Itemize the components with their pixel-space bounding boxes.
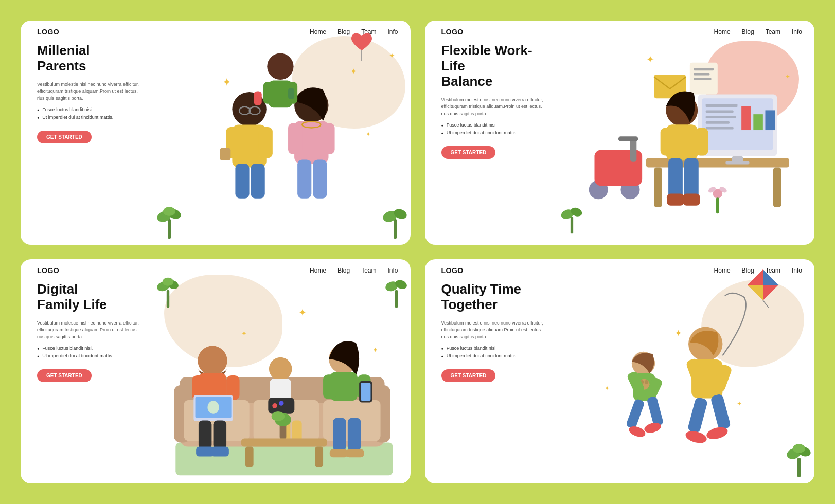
bullet-3-1: Fusce luctus blandit nisi. bbox=[37, 346, 141, 351]
svg-rect-118 bbox=[346, 449, 364, 457]
card-left-2: Flexible Work-LifeBalance Vestibulum mol… bbox=[425, 21, 558, 245]
svg-text:✦: ✦ bbox=[222, 76, 232, 88]
svg-rect-116 bbox=[347, 418, 360, 451]
svg-rect-23 bbox=[263, 82, 275, 103]
svg-rect-69 bbox=[618, 136, 638, 141]
card-left-4: Quality TimeTogether Vestibulum molestie… bbox=[425, 259, 558, 483]
svg-rect-98 bbox=[199, 420, 211, 449]
logo-3: LOGO bbox=[37, 266, 59, 275]
svg-rect-49 bbox=[706, 127, 734, 130]
get-started-btn-1[interactable]: GET STARTED bbox=[37, 131, 92, 143]
get-started-btn-3[interactable]: GET STARTED bbox=[37, 369, 92, 382]
card-inner-1: MillenialParents Vestibulum molestie nis… bbox=[21, 21, 411, 245]
card-title-2: Flexible Work-LifeBalance bbox=[441, 43, 546, 89]
svg-rect-119 bbox=[241, 438, 327, 446]
card-title-4: Quality TimeTogether bbox=[441, 282, 546, 313]
svg-rect-51 bbox=[725, 161, 749, 164]
svg-text:✦: ✦ bbox=[366, 131, 371, 138]
card-digital-family: LOGO Home Blog Team Info DigitalFamily L… bbox=[21, 259, 411, 483]
svg-point-148 bbox=[645, 380, 649, 384]
svg-point-105 bbox=[272, 403, 277, 408]
card-desc-1: Vestibulum molestie nisl nec nunc viverr… bbox=[37, 81, 140, 102]
svg-rect-63 bbox=[667, 194, 684, 206]
nav-info-4[interactable]: Info bbox=[792, 267, 802, 274]
svg-rect-141 bbox=[710, 393, 731, 430]
svg-rect-121 bbox=[315, 446, 323, 467]
svg-marker-130 bbox=[748, 285, 763, 300]
svg-rect-152 bbox=[647, 395, 664, 426]
svg-text:✦: ✦ bbox=[298, 307, 307, 317]
svg-text:✦: ✦ bbox=[646, 54, 654, 65]
svg-point-124 bbox=[271, 411, 284, 421]
svg-rect-64 bbox=[683, 194, 700, 206]
bullet-4-2: Ut imperdiet dui at tincidunt mattis. bbox=[441, 353, 546, 358]
svg-rect-73 bbox=[716, 197, 719, 213]
card-inner-2: Flexible Work-LifeBalance Vestibulum mol… bbox=[425, 21, 815, 245]
card-right-2: ✦ ✦ bbox=[558, 21, 814, 245]
nav-info-1[interactable]: Info bbox=[387, 28, 398, 35]
svg-rect-54 bbox=[694, 68, 714, 71]
svg-point-106 bbox=[279, 401, 284, 406]
svg-rect-101 bbox=[210, 446, 228, 456]
svg-rect-38 bbox=[654, 168, 662, 207]
logo-4: LOGO bbox=[441, 266, 464, 275]
plant-left-1-icon bbox=[156, 199, 182, 240]
card-bullets-1: Fusce luctus blandit nisi. Ut imperdiet … bbox=[37, 107, 141, 122]
svg-line-131 bbox=[763, 300, 768, 307]
svg-text:✦: ✦ bbox=[605, 385, 610, 392]
bullet-2-1: Fusce luctus blandit nisi. bbox=[441, 122, 546, 128]
svg-point-91 bbox=[198, 346, 227, 375]
svg-point-97 bbox=[207, 401, 219, 413]
card-right-1: ✦ ✦ ✦ ✦ bbox=[154, 21, 411, 245]
svg-point-21 bbox=[268, 53, 294, 79]
card-inner-4: Quality TimeTogether Vestibulum molestie… bbox=[425, 259, 815, 483]
svg-point-4 bbox=[163, 207, 175, 216]
card-millennial-parents: LOGO Home Blog Team Info MillenialParent… bbox=[21, 21, 411, 245]
card-desc-4: Vestibulum molestie nisl nec nunc viverr… bbox=[441, 320, 544, 341]
svg-rect-117 bbox=[329, 449, 347, 457]
logo-2: LOGO bbox=[441, 28, 464, 36]
card-right-3: ✦ ✦ ✦ bbox=[154, 259, 411, 483]
svg-rect-48 bbox=[706, 121, 730, 124]
svg-rect-114 bbox=[361, 383, 370, 401]
svg-text:✦: ✦ bbox=[674, 328, 682, 338]
svg-rect-19 bbox=[298, 159, 312, 198]
svg-rect-42 bbox=[741, 106, 751, 130]
svg-rect-14 bbox=[220, 148, 231, 160]
svg-rect-34 bbox=[571, 217, 573, 233]
logo-1: LOGO bbox=[37, 28, 59, 36]
svg-rect-59 bbox=[661, 128, 673, 155]
svg-rect-45 bbox=[706, 104, 738, 107]
svg-rect-56 bbox=[694, 78, 711, 80]
card-title-1: MillenialParents bbox=[37, 43, 141, 74]
svg-text:✦: ✦ bbox=[372, 346, 378, 354]
svg-rect-33 bbox=[289, 88, 295, 99]
card-bullets-4: Fusce luctus blandit nisi. Ut imperdiet … bbox=[441, 346, 546, 361]
svg-rect-32 bbox=[254, 91, 262, 105]
nav-home-4[interactable]: Home bbox=[714, 267, 731, 274]
bullet-3-2: Ut imperdiet dui at tincidunt mattis. bbox=[37, 353, 141, 358]
nav-home-1[interactable]: Home bbox=[310, 28, 326, 35]
svg-point-102 bbox=[269, 357, 292, 381]
svg-marker-129 bbox=[763, 269, 778, 285]
bullet-2-2: Ut imperdiet dui at tincidunt mattis. bbox=[441, 130, 546, 135]
svg-text:✦: ✦ bbox=[737, 400, 742, 407]
svg-rect-20 bbox=[313, 159, 327, 198]
get-started-btn-4[interactable]: GET STARTED bbox=[441, 369, 496, 382]
get-started-btn-2[interactable]: GET STARTED bbox=[441, 146, 496, 159]
svg-rect-60 bbox=[696, 128, 708, 155]
card-work-life: LOGO Home Blog Team Info Flexible Work-L… bbox=[425, 21, 815, 245]
bullet-1-1: Fusce luctus blandit nisi. bbox=[37, 107, 141, 112]
card-left-1: MillenialParents Vestibulum molestie nis… bbox=[21, 21, 154, 245]
svg-rect-99 bbox=[213, 420, 226, 449]
svg-rect-13 bbox=[251, 164, 265, 199]
svg-text:✦: ✦ bbox=[241, 330, 246, 337]
svg-rect-46 bbox=[706, 110, 734, 113]
sofa-illustration: ✦ ✦ ✦ bbox=[154, 271, 411, 483]
svg-rect-43 bbox=[753, 114, 763, 130]
svg-rect-120 bbox=[245, 446, 253, 467]
card-bullets-3: Fusce luctus blandit nisi. Ut imperdiet … bbox=[37, 346, 141, 361]
svg-rect-111 bbox=[323, 374, 336, 399]
svg-rect-39 bbox=[773, 168, 781, 207]
quality-illustration: ✦ ✦ ✦ bbox=[571, 282, 802, 483]
